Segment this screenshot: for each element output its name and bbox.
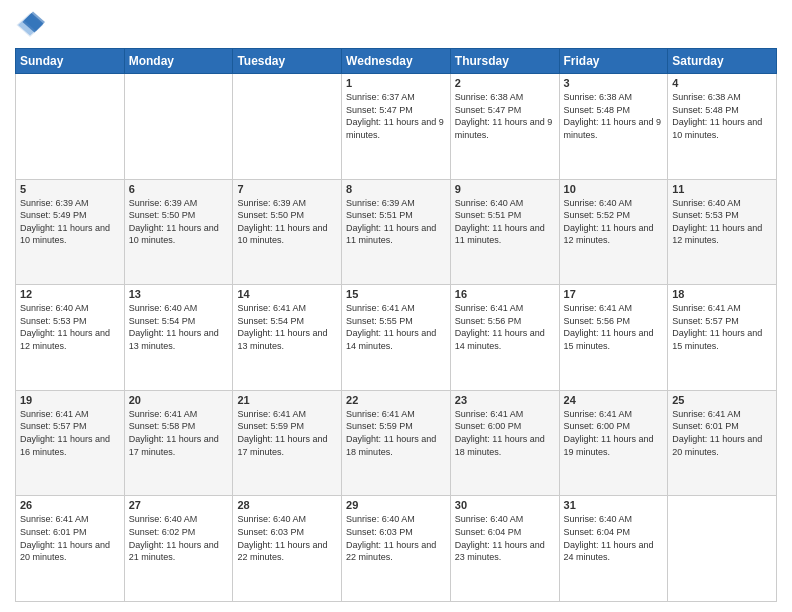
weekday-header-monday: Monday [124,49,233,74]
calendar-cell [16,74,125,180]
calendar-cell: 24Sunrise: 6:41 AM Sunset: 6:00 PM Dayli… [559,390,668,496]
day-info: Sunrise: 6:38 AM Sunset: 5:48 PM Dayligh… [564,91,664,141]
calendar-cell: 28Sunrise: 6:40 AM Sunset: 6:03 PM Dayli… [233,496,342,602]
day-info: Sunrise: 6:38 AM Sunset: 5:47 PM Dayligh… [455,91,555,141]
page: SundayMondayTuesdayWednesdayThursdayFrid… [0,0,792,612]
day-number: 29 [346,499,446,511]
day-number: 25 [672,394,772,406]
calendar-cell: 11Sunrise: 6:40 AM Sunset: 5:53 PM Dayli… [668,179,777,285]
day-number: 1 [346,77,446,89]
day-number: 3 [564,77,664,89]
calendar-cell: 2Sunrise: 6:38 AM Sunset: 5:47 PM Daylig… [450,74,559,180]
day-number: 30 [455,499,555,511]
calendar-week-row: 19Sunrise: 6:41 AM Sunset: 5:57 PM Dayli… [16,390,777,496]
day-number: 23 [455,394,555,406]
day-number: 26 [20,499,120,511]
calendar-table: SundayMondayTuesdayWednesdayThursdayFrid… [15,48,777,602]
weekday-header-thursday: Thursday [450,49,559,74]
day-info: Sunrise: 6:41 AM Sunset: 5:54 PM Dayligh… [237,302,337,352]
calendar-header-row: SundayMondayTuesdayWednesdayThursdayFrid… [16,49,777,74]
weekday-header-saturday: Saturday [668,49,777,74]
calendar-cell: 9Sunrise: 6:40 AM Sunset: 5:51 PM Daylig… [450,179,559,285]
day-number: 12 [20,288,120,300]
day-number: 19 [20,394,120,406]
day-number: 9 [455,183,555,195]
calendar-cell: 22Sunrise: 6:41 AM Sunset: 5:59 PM Dayli… [342,390,451,496]
day-info: Sunrise: 6:37 AM Sunset: 5:47 PM Dayligh… [346,91,446,141]
calendar-cell: 7Sunrise: 6:39 AM Sunset: 5:50 PM Daylig… [233,179,342,285]
day-info: Sunrise: 6:39 AM Sunset: 5:50 PM Dayligh… [129,197,229,247]
calendar-cell: 30Sunrise: 6:40 AM Sunset: 6:04 PM Dayli… [450,496,559,602]
calendar-cell: 17Sunrise: 6:41 AM Sunset: 5:56 PM Dayli… [559,285,668,391]
calendar-cell [668,496,777,602]
calendar-cell: 16Sunrise: 6:41 AM Sunset: 5:56 PM Dayli… [450,285,559,391]
calendar-cell: 27Sunrise: 6:40 AM Sunset: 6:02 PM Dayli… [124,496,233,602]
day-info: Sunrise: 6:40 AM Sunset: 6:03 PM Dayligh… [237,513,337,563]
day-info: Sunrise: 6:38 AM Sunset: 5:48 PM Dayligh… [672,91,772,141]
day-number: 16 [455,288,555,300]
day-number: 18 [672,288,772,300]
weekday-header-tuesday: Tuesday [233,49,342,74]
calendar-cell: 1Sunrise: 6:37 AM Sunset: 5:47 PM Daylig… [342,74,451,180]
weekday-header-friday: Friday [559,49,668,74]
day-info: Sunrise: 6:41 AM Sunset: 5:56 PM Dayligh… [455,302,555,352]
day-number: 22 [346,394,446,406]
calendar-cell: 5Sunrise: 6:39 AM Sunset: 5:49 PM Daylig… [16,179,125,285]
calendar-cell: 6Sunrise: 6:39 AM Sunset: 5:50 PM Daylig… [124,179,233,285]
calendar-week-row: 26Sunrise: 6:41 AM Sunset: 6:01 PM Dayli… [16,496,777,602]
calendar-cell: 31Sunrise: 6:40 AM Sunset: 6:04 PM Dayli… [559,496,668,602]
day-info: Sunrise: 6:41 AM Sunset: 6:00 PM Dayligh… [455,408,555,458]
day-number: 4 [672,77,772,89]
day-number: 17 [564,288,664,300]
logo-icon [15,10,45,40]
calendar-week-row: 5Sunrise: 6:39 AM Sunset: 5:49 PM Daylig… [16,179,777,285]
day-info: Sunrise: 6:41 AM Sunset: 6:01 PM Dayligh… [672,408,772,458]
day-info: Sunrise: 6:39 AM Sunset: 5:51 PM Dayligh… [346,197,446,247]
day-info: Sunrise: 6:40 AM Sunset: 5:51 PM Dayligh… [455,197,555,247]
logo [15,10,49,40]
day-number: 8 [346,183,446,195]
day-info: Sunrise: 6:39 AM Sunset: 5:49 PM Dayligh… [20,197,120,247]
calendar-cell: 26Sunrise: 6:41 AM Sunset: 6:01 PM Dayli… [16,496,125,602]
day-number: 15 [346,288,446,300]
day-number: 13 [129,288,229,300]
day-info: Sunrise: 6:40 AM Sunset: 5:53 PM Dayligh… [20,302,120,352]
day-info: Sunrise: 6:41 AM Sunset: 5:56 PM Dayligh… [564,302,664,352]
day-number: 7 [237,183,337,195]
calendar-cell: 12Sunrise: 6:40 AM Sunset: 5:53 PM Dayli… [16,285,125,391]
day-info: Sunrise: 6:40 AM Sunset: 5:52 PM Dayligh… [564,197,664,247]
calendar-cell: 20Sunrise: 6:41 AM Sunset: 5:58 PM Dayli… [124,390,233,496]
day-number: 11 [672,183,772,195]
calendar-week-row: 1Sunrise: 6:37 AM Sunset: 5:47 PM Daylig… [16,74,777,180]
weekday-header-wednesday: Wednesday [342,49,451,74]
day-info: Sunrise: 6:40 AM Sunset: 6:03 PM Dayligh… [346,513,446,563]
calendar-cell: 13Sunrise: 6:40 AM Sunset: 5:54 PM Dayli… [124,285,233,391]
calendar-cell: 19Sunrise: 6:41 AM Sunset: 5:57 PM Dayli… [16,390,125,496]
day-number: 2 [455,77,555,89]
day-number: 27 [129,499,229,511]
day-info: Sunrise: 6:39 AM Sunset: 5:50 PM Dayligh… [237,197,337,247]
calendar-cell: 4Sunrise: 6:38 AM Sunset: 5:48 PM Daylig… [668,74,777,180]
day-info: Sunrise: 6:41 AM Sunset: 5:59 PM Dayligh… [237,408,337,458]
calendar-cell: 8Sunrise: 6:39 AM Sunset: 5:51 PM Daylig… [342,179,451,285]
calendar-cell: 23Sunrise: 6:41 AM Sunset: 6:00 PM Dayli… [450,390,559,496]
day-info: Sunrise: 6:41 AM Sunset: 6:01 PM Dayligh… [20,513,120,563]
calendar-cell: 25Sunrise: 6:41 AM Sunset: 6:01 PM Dayli… [668,390,777,496]
calendar-cell: 14Sunrise: 6:41 AM Sunset: 5:54 PM Dayli… [233,285,342,391]
day-info: Sunrise: 6:40 AM Sunset: 5:53 PM Dayligh… [672,197,772,247]
day-info: Sunrise: 6:40 AM Sunset: 6:02 PM Dayligh… [129,513,229,563]
day-info: Sunrise: 6:40 AM Sunset: 6:04 PM Dayligh… [455,513,555,563]
calendar-cell: 21Sunrise: 6:41 AM Sunset: 5:59 PM Dayli… [233,390,342,496]
day-number: 20 [129,394,229,406]
calendar-cell: 3Sunrise: 6:38 AM Sunset: 5:48 PM Daylig… [559,74,668,180]
day-info: Sunrise: 6:41 AM Sunset: 5:55 PM Dayligh… [346,302,446,352]
day-number: 6 [129,183,229,195]
day-info: Sunrise: 6:40 AM Sunset: 6:04 PM Dayligh… [564,513,664,563]
day-number: 14 [237,288,337,300]
header [15,10,777,40]
day-number: 21 [237,394,337,406]
day-number: 28 [237,499,337,511]
day-info: Sunrise: 6:41 AM Sunset: 5:57 PM Dayligh… [672,302,772,352]
day-number: 31 [564,499,664,511]
calendar-cell [124,74,233,180]
